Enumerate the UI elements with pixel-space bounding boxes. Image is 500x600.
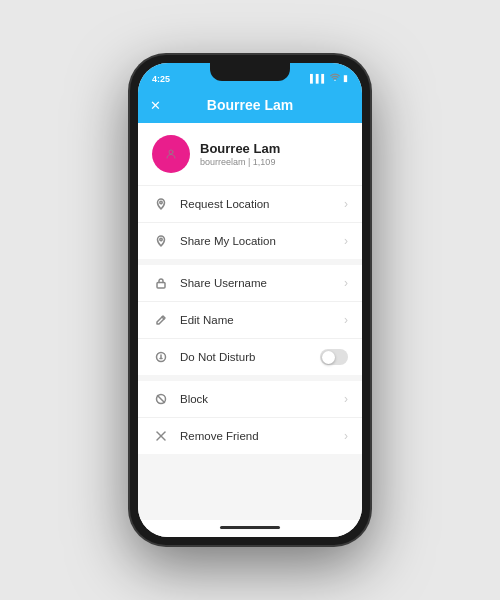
menu-label-remove-friend: Remove Friend <box>180 430 344 442</box>
profile-info: Bourree Lam bourreelam | 1,109 <box>200 141 280 167</box>
menu-group-account: Share Username › Edit Name › <box>138 265 362 375</box>
signal-icon: ▌▌▌ <box>310 74 327 83</box>
chevron-right-icon: › <box>344 313 348 327</box>
profile-name: Bourree Lam <box>200 141 280 156</box>
avatar <box>152 135 190 173</box>
lock-icon <box>152 274 170 292</box>
svg-point-2 <box>160 201 162 203</box>
menu-list: Request Location › Share My Location › <box>138 186 362 520</box>
menu-label-block: Block <box>180 393 344 405</box>
dnd-toggle[interactable] <box>320 349 348 365</box>
svg-line-7 <box>158 396 165 403</box>
toggle-knob <box>322 351 335 364</box>
menu-item-request-location[interactable]: Request Location › <box>138 186 362 223</box>
svg-point-3 <box>160 238 162 240</box>
menu-label-share-my-location: Share My Location <box>180 235 344 247</box>
edit-icon <box>152 311 170 329</box>
menu-item-edit-name[interactable]: Edit Name › <box>138 302 362 339</box>
block-icon <box>152 390 170 408</box>
menu-item-share-my-location[interactable]: Share My Location › <box>138 223 362 259</box>
menu-item-share-username[interactable]: Share Username › <box>138 265 362 302</box>
status-time: 4:25 <box>152 74 170 84</box>
chevron-right-icon: › <box>344 197 348 211</box>
phone-frame: 4:25 ▌▌▌ ▮ ✕ Bourree Lam <box>130 55 370 545</box>
dnd-icon <box>152 348 170 366</box>
profile-section: Bourree Lam bourreelam | 1,109 <box>138 123 362 186</box>
menu-label-do-not-disturb: Do Not Disturb <box>180 351 320 363</box>
home-indicator <box>138 520 362 537</box>
share-location-icon <box>152 232 170 250</box>
menu-item-block[interactable]: Block › <box>138 381 362 418</box>
battery-icon: ▮ <box>343 73 348 83</box>
status-icons: ▌▌▌ ▮ <box>310 72 348 84</box>
chevron-right-icon: › <box>344 234 348 248</box>
menu-group-location: Request Location › Share My Location › <box>138 186 362 259</box>
header-title: Bourree Lam <box>207 97 293 113</box>
home-bar <box>220 526 280 529</box>
phone-screen: 4:25 ▌▌▌ ▮ ✕ Bourree Lam <box>138 63 362 537</box>
close-button[interactable]: ✕ <box>150 98 161 113</box>
notch <box>210 63 290 81</box>
svg-rect-4 <box>157 283 165 289</box>
menu-label-share-username: Share Username <box>180 277 344 289</box>
chevron-right-icon: › <box>344 392 348 406</box>
profile-username: bourreelam | 1,109 <box>200 157 280 167</box>
menu-label-edit-name: Edit Name <box>180 314 344 326</box>
svg-point-1 <box>169 150 173 154</box>
wifi-icon <box>330 72 340 84</box>
svg-point-0 <box>334 80 335 81</box>
menu-item-remove-friend[interactable]: Remove Friend › <box>138 418 362 454</box>
chevron-right-icon: › <box>344 276 348 290</box>
menu-group-actions: Block › Remove Friend › <box>138 381 362 454</box>
remove-friend-icon <box>152 427 170 445</box>
avatar-icon <box>165 148 177 160</box>
chevron-right-icon: › <box>344 429 348 443</box>
location-icon <box>152 195 170 213</box>
header: ✕ Bourree Lam <box>138 91 362 123</box>
menu-item-do-not-disturb[interactable]: Do Not Disturb <box>138 339 362 375</box>
menu-label-request-location: Request Location <box>180 198 344 210</box>
